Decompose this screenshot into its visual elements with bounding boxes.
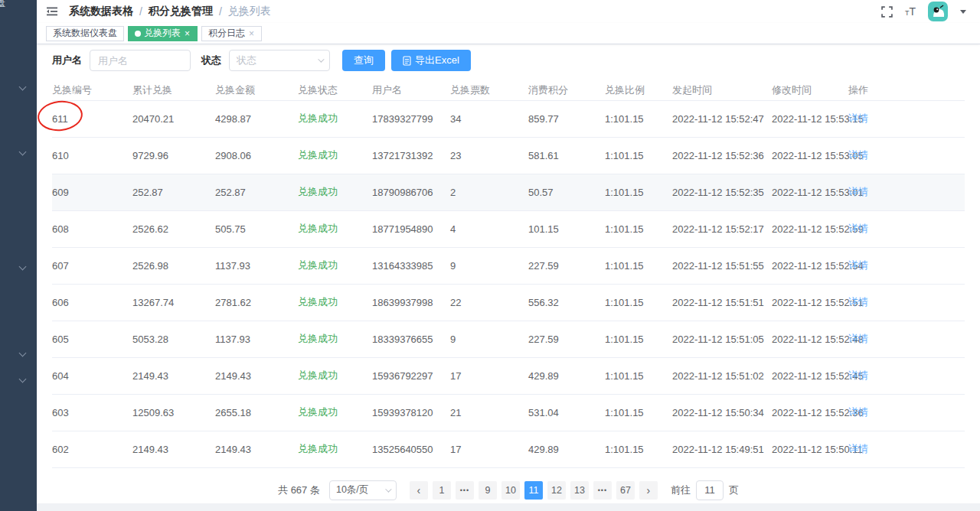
page-button[interactable]: 10	[501, 481, 520, 500]
breadcrumb-item[interactable]: 系统数据表格	[69, 5, 133, 18]
tab-系统数据仪表盘[interactable]: 系统数据仪表盘	[46, 26, 124, 41]
table-cell: 2022-11-12 15:53:15	[772, 100, 848, 137]
filter-form: 用户名 状态 状态 查询 导出Excel	[52, 50, 965, 71]
status-badge: 兑换成功	[298, 296, 338, 308]
status-cell: 兑换成功	[298, 431, 372, 467]
prev-page-button[interactable]: ‹	[410, 481, 428, 500]
page-size-select[interactable]: 10条/页	[329, 480, 397, 500]
table-cell: 608	[52, 210, 132, 247]
detail-link[interactable]: 详情	[848, 186, 868, 197]
page-button[interactable]: 9	[479, 481, 497, 500]
table-body: 61120470.214298.87兑换成功1783932779934859.7…	[52, 100, 965, 467]
detail-link[interactable]: 详情	[848, 223, 868, 234]
table-cell: 2149.43	[215, 357, 298, 394]
detail-link[interactable]: 详情	[848, 369, 868, 381]
chevron-down-icon[interactable]	[19, 263, 27, 271]
next-page-button[interactable]: ›	[639, 481, 658, 500]
breadcrumb-item[interactable]: 积分兑换管理	[149, 5, 213, 18]
tab-label: 兑换列表	[144, 27, 181, 40]
table-cell: 2022-11-12 15:53:01	[772, 174, 848, 210]
table-cell: 2022-11-12 15:52:47	[672, 100, 772, 137]
status-cell: 兑换成功	[298, 137, 372, 174]
status-badge: 兑换成功	[298, 333, 338, 344]
page-button[interactable]: 1	[433, 481, 451, 500]
table-cell: 13164333985	[372, 247, 450, 284]
table-cell: 505.75	[215, 210, 298, 247]
tab-积分日志[interactable]: 积分日志×	[201, 26, 262, 41]
table-cell: 4	[450, 210, 528, 247]
tab-兑换列表[interactable]: 兑换列表×	[128, 26, 198, 41]
action-cell: 详情	[848, 100, 965, 137]
table-cell: 1:101.15	[605, 321, 672, 357]
table-cell: 2526.98	[132, 247, 215, 284]
query-button[interactable]: 查询	[342, 50, 385, 71]
status-badge: 兑换成功	[298, 369, 338, 381]
table-cell: 2526.62	[132, 210, 215, 247]
table-cell: 18639937998	[372, 284, 450, 321]
table-cell: 602	[52, 431, 132, 467]
page-button[interactable]: 11	[524, 481, 543, 500]
page-jumper: 前往 页	[671, 480, 739, 500]
table-cell: 604	[52, 357, 132, 394]
table-cell: 606	[52, 284, 132, 321]
detail-link[interactable]: 详情	[848, 296, 868, 308]
column-header: 用户名	[372, 80, 450, 100]
detail-link[interactable]: 详情	[848, 443, 868, 454]
document-icon	[403, 56, 411, 66]
action-cell: 详情	[848, 174, 965, 210]
pager-ellipsis[interactable]: •••	[593, 481, 612, 500]
column-header: 修改时间	[772, 80, 848, 100]
table-cell: 607	[52, 247, 132, 284]
page-button[interactable]: 13	[570, 481, 589, 500]
table-row: 6042149.432149.43兑换成功1593679229717429.89…	[52, 357, 965, 394]
detail-link[interactable]: 详情	[848, 149, 868, 161]
table-cell: 101.15	[528, 210, 605, 247]
detail-link[interactable]: 详情	[848, 333, 868, 344]
table-cell: 605	[52, 321, 132, 357]
chevron-down-icon[interactable]	[19, 376, 27, 383]
export-excel-button[interactable]: 导出Excel	[391, 50, 471, 71]
close-icon[interactable]: ×	[248, 29, 255, 38]
page-button[interactable]: 12	[547, 481, 566, 500]
table-cell: 2022-11-12 15:49:51	[672, 431, 772, 467]
username-input[interactable]	[90, 50, 191, 71]
table-cell: 9	[450, 247, 528, 284]
table-cell: 13525640550	[372, 431, 450, 467]
breadcrumb-separator: /	[139, 5, 142, 18]
table-row: 61120470.214298.87兑换成功1783932779934859.7…	[52, 100, 965, 137]
status-badge: 兑换成功	[298, 149, 338, 161]
chevron-down-icon[interactable]	[19, 350, 27, 357]
detail-link[interactable]: 详情	[848, 112, 868, 124]
table-cell: 17	[450, 357, 528, 394]
page-button[interactable]: 67	[616, 481, 635, 500]
status-select[interactable]: 状态	[229, 50, 330, 71]
active-dot-icon	[135, 31, 141, 37]
chevron-down-icon[interactable]	[960, 10, 966, 14]
chevron-down-icon[interactable]	[19, 83, 27, 91]
table-cell: 2655.18	[215, 394, 298, 431]
table-row: 6109729.962908.06兑换成功1372173139223581.61…	[52, 137, 965, 174]
total-count: 共 667 条	[278, 483, 320, 497]
pager-ellipsis[interactable]: •••	[456, 481, 474, 500]
chevron-down-icon[interactable]	[19, 148, 27, 156]
detail-link[interactable]: 详情	[848, 259, 868, 271]
avatar[interactable]	[928, 2, 948, 21]
fullscreen-icon[interactable]	[881, 6, 893, 18]
close-icon[interactable]: ×	[184, 29, 191, 38]
hamburger-icon[interactable]	[46, 5, 58, 18]
column-header: 兑换金额	[215, 80, 298, 100]
table-cell: 1:101.15	[605, 100, 672, 137]
table-cell: 1:101.15	[605, 357, 672, 394]
table-row: 6022149.432149.43兑换成功1352564055017429.89…	[52, 431, 965, 467]
column-header: 操作	[848, 80, 965, 100]
table-cell: 13267.74	[132, 284, 215, 321]
table-cell: 609	[52, 174, 132, 210]
jump-page-input[interactable]	[696, 480, 724, 500]
column-header: 兑换比例	[605, 80, 672, 100]
table-cell: 9	[450, 321, 528, 357]
column-header: 发起时间	[672, 80, 772, 100]
detail-link[interactable]: 详情	[848, 406, 868, 418]
table-cell: 252.87	[132, 174, 215, 210]
tab-label: 系统数据仪表盘	[53, 27, 117, 40]
font-size-icon[interactable]: TT	[905, 6, 916, 17]
